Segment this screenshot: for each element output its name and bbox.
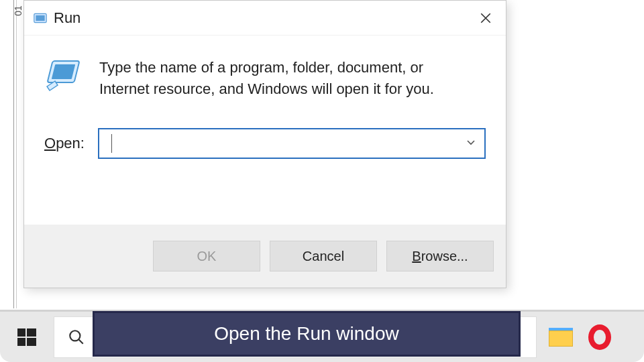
open-combobox[interactable] <box>98 128 486 159</box>
browse-button[interactable]: Browse... <box>386 241 494 272</box>
cancel-button[interactable]: Cancel <box>270 241 377 272</box>
instruction-overlay: Open the Run window <box>93 311 521 357</box>
open-label: Open: <box>44 135 85 152</box>
dialog-description: Type the name of a program, folder, docu… <box>99 57 462 100</box>
svg-rect-3 <box>52 64 75 79</box>
svg-point-8 <box>70 330 80 341</box>
document-left-edge: 01 <box>13 0 17 308</box>
close-button[interactable] <box>472 5 499 32</box>
search-icon <box>68 328 85 346</box>
page-number: 01 <box>13 5 23 16</box>
run-icon <box>34 11 47 25</box>
opera-icon[interactable] <box>586 324 613 351</box>
svg-rect-4 <box>17 328 25 337</box>
svg-rect-7 <box>27 338 36 346</box>
window-title: Run <box>54 9 80 27</box>
run-dialog: Run Type the name of a program, folder, … <box>23 0 506 288</box>
file-explorer-icon[interactable] <box>547 324 574 351</box>
button-bar: OK Cancel Browse... <box>24 225 506 288</box>
run-icon-large <box>44 57 82 92</box>
ok-button: OK <box>153 241 260 272</box>
svg-rect-5 <box>27 328 36 337</box>
svg-rect-6 <box>17 338 25 346</box>
text-cursor <box>111 134 112 153</box>
title-bar[interactable]: Run <box>24 1 506 36</box>
windows-logo-icon <box>16 326 38 348</box>
start-button[interactable] <box>0 312 54 362</box>
chevron-down-icon[interactable] <box>466 137 476 150</box>
svg-rect-1 <box>36 15 44 20</box>
taskbar-pinned-icons <box>541 312 627 362</box>
